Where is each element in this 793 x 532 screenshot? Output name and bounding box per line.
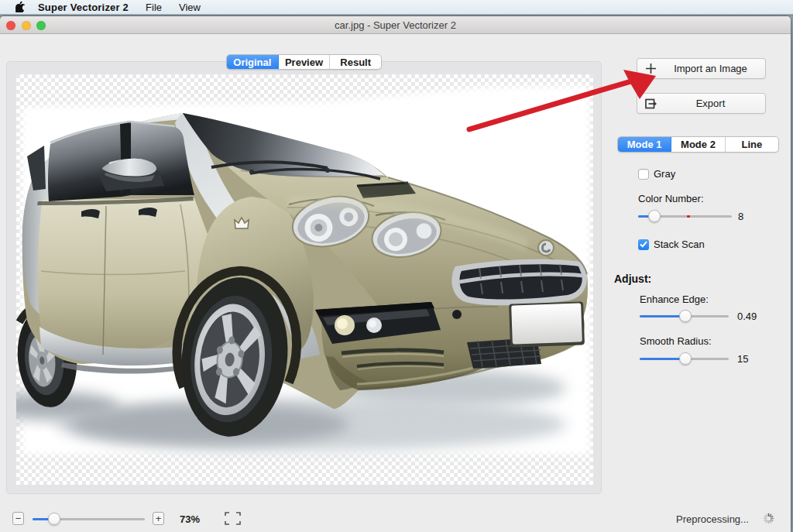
car-image (16, 74, 593, 485)
tab-mode-1[interactable]: Mode 1 (618, 137, 671, 152)
spinner-icon (763, 513, 774, 524)
tab-mode-2[interactable]: Mode 2 (671, 137, 725, 152)
stack-scan-checkbox-row: Stack Scan (638, 239, 705, 250)
window-title: car.jpg - Super Vectorizer 2 (0, 16, 791, 34)
license-plate (509, 301, 585, 347)
gray-label: Gray (654, 168, 675, 180)
menu-item-view[interactable]: View (179, 2, 201, 13)
smooth-radius-value: 15 (737, 353, 748, 365)
enhance-edge-value: 0.49 (737, 311, 757, 322)
import-image-button[interactable]: Import an Image (637, 58, 766, 79)
title-bar[interactable]: car.jpg - Super Vectorizer 2 (0, 16, 791, 34)
tab-result[interactable]: Result (330, 55, 381, 69)
apple-icon[interactable] (15, 2, 25, 12)
enhance-edge-label: Enhance Edge: (640, 293, 709, 305)
color-number-slider-tick (687, 215, 690, 218)
enhance-edge-slider[interactable] (640, 310, 729, 322)
tab-line[interactable]: Line (726, 137, 778, 152)
stack-scan-checkbox[interactable] (638, 239, 649, 250)
zoom-slider-knob[interactable] (48, 513, 60, 525)
status-text: Preprocessing... (676, 513, 749, 525)
enhance-edge-slider-knob[interactable] (679, 310, 692, 322)
zoom-out-button[interactable]: − (12, 512, 24, 525)
zoom-in-button[interactable]: + (153, 512, 164, 525)
export-icon (637, 98, 664, 110)
color-number-label: Color Number: (638, 193, 704, 204)
smooth-radius-slider[interactable] (640, 352, 729, 365)
view-tabs: Original Preview Result (226, 54, 382, 70)
app-window: car.jpg - Super Vectorizer 2 Original Pr… (0, 16, 791, 532)
tab-preview[interactable]: Preview (279, 55, 331, 69)
menu-bar: Super Vectorizer 2 File View (0, 0, 793, 15)
zoom-slider[interactable] (33, 513, 145, 525)
zoom-level: 73% (180, 513, 200, 525)
color-number-slider[interactable] (638, 210, 732, 222)
menu-app-name[interactable]: Super Vectorizer 2 (38, 2, 129, 13)
menu-item-file[interactable]: File (146, 2, 162, 13)
gray-checkbox-row: Gray (638, 168, 675, 180)
image-canvas[interactable] (6, 61, 602, 494)
export-button[interactable]: Export (637, 93, 766, 114)
smooth-radius-slider-fill (640, 358, 685, 360)
gray-checkbox[interactable] (638, 169, 649, 180)
mode-tabs: Mode 1 Mode 2 Line (617, 136, 779, 153)
fit-screen-button[interactable] (224, 511, 242, 526)
tab-original[interactable]: Original (227, 55, 279, 69)
smooth-radius-slider-knob[interactable] (679, 352, 692, 365)
smooth-radius-label: Smooth Radius: (640, 335, 712, 347)
plus-icon (637, 63, 664, 74)
color-number-value: 8 (738, 211, 743, 222)
color-number-slider-knob[interactable] (648, 210, 661, 222)
enhance-edge-slider-fill (640, 315, 685, 317)
adjust-heading: Adjust: (614, 273, 651, 285)
stack-scan-label: Stack Scan (654, 239, 705, 250)
